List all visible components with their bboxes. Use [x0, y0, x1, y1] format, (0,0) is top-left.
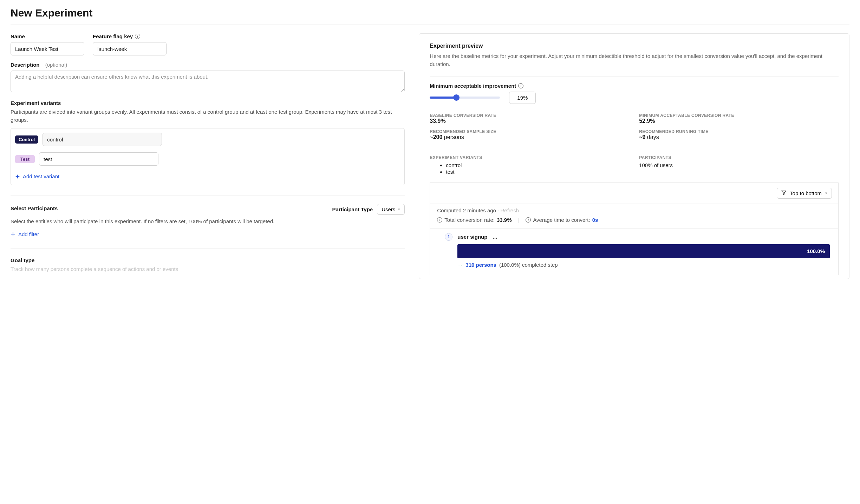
- refresh-link[interactable]: Refresh: [500, 207, 519, 213]
- min-improvement-value[interactable]: 19%: [509, 92, 536, 104]
- divider: [430, 76, 839, 77]
- name-label: Name: [11, 33, 84, 39]
- step-number-badge: 1: [445, 233, 452, 241]
- funnel-icon: [781, 190, 786, 196]
- goal-help: Track how many persons complete a sequen…: [11, 265, 405, 273]
- control-badge: Control: [15, 135, 38, 144]
- avg-time-label: Average time to convert:: [533, 217, 590, 223]
- persons-link[interactable]: 310 persons: [465, 262, 496, 268]
- participants-label: Select Participants: [11, 205, 58, 211]
- feature-flag-input[interactable]: [93, 42, 167, 55]
- info-icon[interactable]: i: [135, 34, 140, 39]
- avg-time-value: 0s: [592, 217, 598, 223]
- participant-type-dropdown[interactable]: Users ▾: [377, 204, 405, 215]
- running-time-value: ~9 days: [639, 134, 839, 140]
- list-item: control: [446, 162, 629, 168]
- completed-text: (100.0%) completed step: [499, 262, 558, 268]
- preview-title: Experiment preview: [430, 43, 839, 49]
- chevron-down-icon: ▾: [398, 207, 400, 212]
- flag-label: Feature flag key i: [93, 33, 167, 39]
- divider: [11, 195, 405, 195]
- funnel-orientation-dropdown[interactable]: Top to bottom ▾: [777, 188, 832, 199]
- chevron-down-icon: ▾: [825, 191, 827, 195]
- description-label: Description (optional): [11, 62, 405, 68]
- funnel-bar: 100.0%: [457, 244, 830, 258]
- goal-type-label: Goal type: [11, 257, 405, 263]
- participants-help: Select the entities who will participate…: [11, 218, 405, 226]
- min-improvement-label: Minimum acceptable improvement i: [430, 83, 523, 89]
- plus-icon: [15, 174, 20, 179]
- preview-variants-list: control test: [430, 162, 629, 175]
- participant-type-label: Participant Type: [332, 206, 373, 212]
- min-conversion-value: 52.9%: [639, 118, 839, 124]
- variants-help: Participants are divided into variant gr…: [11, 108, 405, 124]
- computed-timestamp: Computed 2 minutes ago: [437, 207, 496, 213]
- min-conversion-label: MINIMUM ACCEPTABLE CONVERSION RATE: [639, 113, 839, 118]
- divider: [11, 25, 849, 25]
- baseline-rate-label: BASELINE CONVERSION RATE: [430, 113, 629, 118]
- baseline-rate-value: 33.9%: [430, 118, 629, 124]
- arrow-right-icon: →: [457, 262, 463, 268]
- divider: [11, 248, 405, 249]
- step-name: user signup: [457, 234, 487, 240]
- info-icon[interactable]: i: [518, 83, 523, 88]
- info-icon[interactable]: i: [526, 217, 531, 223]
- preview-variants-label: EXPERIMENT VARIANTS: [430, 155, 629, 160]
- sample-size-value: ~200 persons: [430, 134, 629, 140]
- sample-size-label: RECOMMENDED SAMPLE SIZE: [430, 129, 629, 134]
- description-textarea[interactable]: [11, 71, 405, 92]
- list-item: test: [446, 169, 629, 175]
- variants-box: Control Test Add test variant: [11, 128, 405, 185]
- min-improvement-slider[interactable]: [430, 97, 500, 99]
- control-variant-input[interactable]: [43, 133, 162, 146]
- add-filter-button[interactable]: Add filter: [11, 230, 39, 239]
- test-badge: Test: [15, 155, 35, 163]
- preview-participants-value: 100% of users: [639, 162, 839, 168]
- test-variant-input[interactable]: [39, 152, 158, 166]
- funnel-panel: Top to bottom ▾ Computed 2 minutes ago ·…: [430, 183, 839, 275]
- total-conversion-label: Total conversion rate:: [444, 217, 495, 223]
- name-input[interactable]: [11, 42, 84, 55]
- page-title: New Experiment: [11, 7, 849, 19]
- info-icon[interactable]: i: [437, 217, 442, 223]
- preview-participants-label: PARTICIPANTS: [639, 155, 839, 160]
- plus-icon: [11, 232, 15, 237]
- variants-section-label: Experiment variants: [11, 100, 405, 106]
- add-variant-button[interactable]: Add test variant: [15, 172, 59, 181]
- total-conversion-value: 33.9%: [497, 217, 512, 223]
- more-icon[interactable]: …: [492, 234, 498, 240]
- running-time-label: RECOMMENDED RUNNING TIME: [639, 129, 839, 134]
- preview-description: Here are the baseline metrics for your e…: [430, 52, 839, 68]
